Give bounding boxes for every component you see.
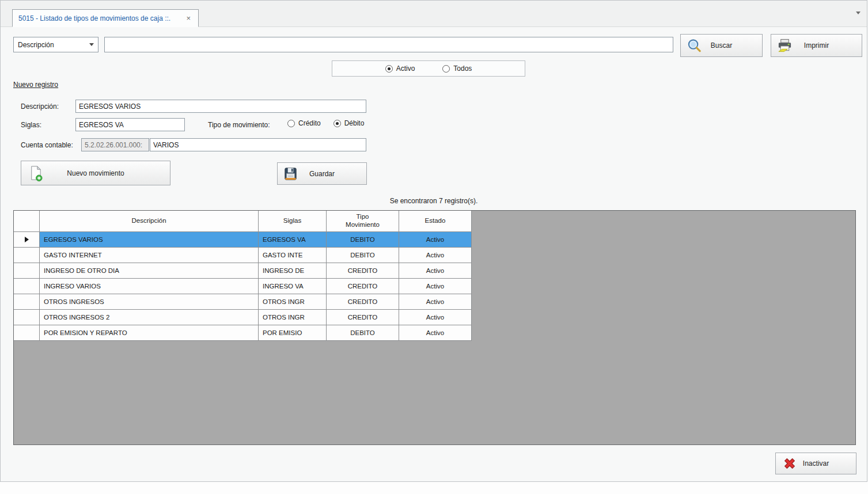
row-selector-cell[interactable] xyxy=(14,310,40,325)
header-siglas[interactable]: Siglas xyxy=(259,211,327,232)
chevron-down-icon xyxy=(89,43,94,46)
radio-debito-icon xyxy=(333,120,341,127)
cell-siglas[interactable]: POR EMISIO xyxy=(259,325,327,341)
tipo-movimiento-group: Crédito Débito xyxy=(287,119,364,127)
tab-close-icon[interactable]: × xyxy=(184,14,192,22)
cell-estado[interactable]: Activo xyxy=(399,310,472,325)
cell-descripcion[interactable]: EGRESOS VARIOS xyxy=(40,232,259,248)
tipo-movimiento-label: Tipo de movimiento: xyxy=(208,121,270,129)
cell-descripcion[interactable]: OTROS INGRESOS xyxy=(40,294,259,310)
radio-todos-label: Todos xyxy=(453,64,472,73)
cell-estado[interactable]: Activo xyxy=(399,325,472,341)
table-row[interactable]: OTROS INGRESOS 2 OTROS INGR CREDITO Acti… xyxy=(14,310,472,325)
nuevo-movimiento-button[interactable]: Nuevo movimiento xyxy=(21,161,170,185)
header-descripcion[interactable]: Descripción xyxy=(40,211,259,232)
cell-estado[interactable]: Activo xyxy=(399,279,472,294)
table-row[interactable]: OTROS INGRESOS OTROS INGR CREDITO Activo xyxy=(14,294,472,310)
cell-siglas[interactable]: GASTO INTE xyxy=(259,248,327,263)
app-window: 5015 - Listado de tipos de movimientos d… xyxy=(0,0,867,482)
cuenta-contable-label: Cuenta contable: xyxy=(21,141,73,149)
siglas-label: Siglas: xyxy=(21,121,41,129)
movimientos-table: Descripción Siglas Tipo Movimiento Estad… xyxy=(14,211,472,341)
row-selector-cell[interactable] xyxy=(14,232,40,248)
radio-activo-label: Activo xyxy=(396,64,415,73)
radio-credito-icon xyxy=(287,120,295,127)
nuevo-registro-group-title: Nuevo registro xyxy=(13,81,58,89)
cell-estado[interactable]: Activo xyxy=(399,263,472,279)
cuenta-codigo-field xyxy=(81,138,149,151)
cell-tipo[interactable]: DEBITO xyxy=(327,325,399,341)
tab-list-dropdown-icon[interactable] xyxy=(856,12,861,14)
buscar-button-label: Buscar xyxy=(681,41,762,50)
current-row-arrow-icon xyxy=(25,237,29,242)
search-input[interactable] xyxy=(104,37,673,52)
inactivar-button[interactable]: Inactivar xyxy=(775,453,856,474)
radio-credito[interactable]: Crédito xyxy=(287,119,321,127)
movimientos-grid: Descripción Siglas Tipo Movimiento Estad… xyxy=(13,210,856,445)
cell-tipo[interactable]: CREDITO xyxy=(327,279,399,294)
cell-estado[interactable]: Activo xyxy=(399,248,472,263)
cell-tipo[interactable]: CREDITO xyxy=(327,310,399,325)
buscar-button[interactable]: Buscar xyxy=(680,34,763,57)
cell-descripcion[interactable]: INGRESO VARIOS xyxy=(40,279,259,294)
header-row-selector xyxy=(14,211,40,232)
radio-credito-label: Crédito xyxy=(298,119,321,127)
cell-siglas[interactable]: INGRESO VA xyxy=(259,279,327,294)
guardar-button-label: Guardar xyxy=(278,170,366,178)
row-selector-cell[interactable] xyxy=(14,325,40,341)
cell-descripcion[interactable]: INGRESO DE OTRO DIA xyxy=(40,263,259,279)
cell-siglas[interactable]: OTROS INGR xyxy=(259,294,327,310)
cell-descripcion[interactable]: OTROS INGRESOS 2 xyxy=(40,310,259,325)
header-estado[interactable]: Estado xyxy=(399,211,472,232)
search-field-select-value: Descripción xyxy=(18,41,54,49)
descripcion-label: Descripción: xyxy=(21,102,59,111)
row-selector-cell[interactable] xyxy=(14,294,40,310)
cell-siglas[interactable]: INGRESO DE xyxy=(259,263,327,279)
nuevo-movimiento-button-label: Nuevo movimiento xyxy=(21,169,170,177)
table-header-row: Descripción Siglas Tipo Movimiento Estad… xyxy=(14,211,472,232)
cell-descripcion[interactable]: GASTO INTERNET xyxy=(40,248,259,263)
cell-estado[interactable]: Activo xyxy=(399,294,472,310)
imprimir-button-label: Imprimir xyxy=(771,41,862,50)
cell-descripcion[interactable]: POR EMISION Y REPARTO xyxy=(40,325,259,341)
row-selector-cell[interactable] xyxy=(14,248,40,263)
radio-todos-icon xyxy=(442,65,450,73)
imprimir-button[interactable]: Imprimir xyxy=(771,34,862,57)
tab-strip: 5015 - Listado de tipos de movimientos d… xyxy=(1,1,867,27)
cell-siglas[interactable]: OTROS INGR xyxy=(259,310,327,325)
estado-filter-group: Activo Todos xyxy=(332,60,525,77)
tab-title: 5015 - Listado de tipos de movimientos d… xyxy=(18,14,170,22)
header-tipo-movimiento[interactable]: Tipo Movimiento xyxy=(327,211,399,232)
table-row[interactable]: POR EMISION Y REPARTO POR EMISIO DEBITO … xyxy=(14,325,472,341)
search-field-select[interactable]: Descripción xyxy=(13,37,98,52)
radio-debito[interactable]: Débito xyxy=(333,119,365,127)
table-row[interactable]: INGRESO DE OTRO DIA INGRESO DE CREDITO A… xyxy=(14,263,472,279)
radio-activo-icon xyxy=(385,65,393,73)
cell-tipo[interactable]: CREDITO xyxy=(327,263,399,279)
table-row[interactable]: GASTO INTERNET GASTO INTE DEBITO Activo xyxy=(14,248,472,263)
tab-listado-movimientos-caja[interactable]: 5015 - Listado de tipos de movimientos d… xyxy=(12,9,199,27)
cell-siglas[interactable]: EGRESOS VA xyxy=(259,232,327,248)
cell-tipo[interactable]: CREDITO xyxy=(327,294,399,310)
table-row[interactable]: EGRESOS VARIOS EGRESOS VA DEBITO Activo xyxy=(14,232,472,248)
cuenta-nombre-field[interactable] xyxy=(150,138,366,151)
radio-debito-label: Débito xyxy=(344,119,365,127)
row-selector-cell[interactable] xyxy=(14,279,40,294)
cell-tipo[interactable]: DEBITO xyxy=(327,248,399,263)
inactivar-button-label: Inactivar xyxy=(776,459,856,468)
radio-todos[interactable]: Todos xyxy=(442,64,472,73)
radio-activo[interactable]: Activo xyxy=(385,64,415,73)
row-selector-cell[interactable] xyxy=(14,263,40,279)
table-row[interactable]: INGRESO VARIOS INGRESO VA CREDITO Activo xyxy=(14,279,472,294)
siglas-field[interactable] xyxy=(75,118,185,131)
results-status-text: Se encontraron 7 registro(s). xyxy=(1,197,867,205)
cell-estado[interactable]: Activo xyxy=(399,232,472,248)
guardar-button[interactable]: Guardar xyxy=(277,162,367,185)
cell-tipo[interactable]: DEBITO xyxy=(327,232,399,248)
descripcion-field[interactable] xyxy=(75,100,366,113)
